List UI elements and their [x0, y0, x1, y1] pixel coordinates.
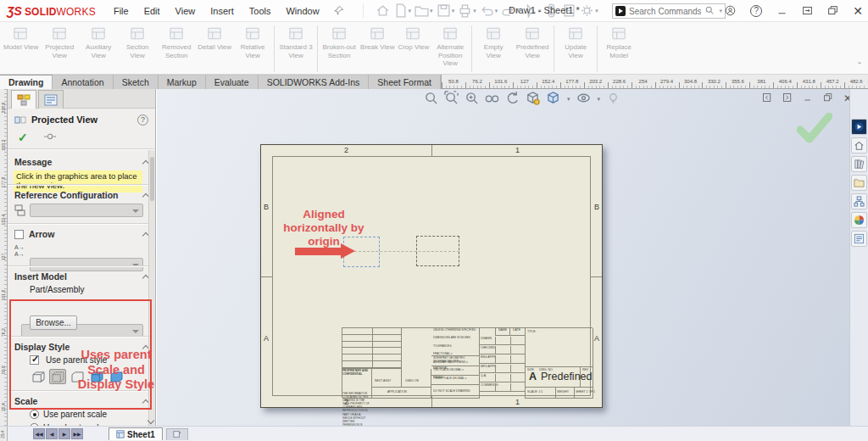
undo-icon[interactable]: ▾	[480, 3, 498, 18]
menu-item[interactable]: Insert	[203, 3, 242, 19]
detail-view-button[interactable]: Detail View	[196, 24, 233, 52]
doc-minimize-icon[interactable]	[803, 92, 813, 104]
magnified-selection-icon[interactable]	[485, 91, 499, 107]
dock-window-icon[interactable]	[802, 5, 813, 18]
browse-button[interactable]: Browse...	[30, 315, 77, 330]
keep-visible-pin-icon[interactable]	[43, 132, 57, 142]
graphics-area[interactable]: ▾ ▾ ✕ 2 1 2 1 B A B A	[157, 89, 849, 426]
save-icon[interactable]: ▾	[437, 3, 455, 18]
wireframe-style-button[interactable]	[30, 369, 47, 384]
file-explorer-icon[interactable]	[851, 175, 867, 191]
reference-configuration-header[interactable]: Reference Configuration	[8, 188, 155, 202]
projected-view-button[interactable]: Projected View	[40, 24, 79, 59]
ribbon-group-separator	[554, 25, 554, 72]
predefined-view-button[interactable]: Predefined View	[513, 24, 552, 59]
tab-evaluate[interactable]: Evaluate	[206, 75, 259, 89]
hidden-lines-visible-style-button[interactable]	[49, 369, 66, 384]
home-icon[interactable]	[376, 3, 390, 18]
auxiliary-view-button[interactable]: Auxiliary View	[79, 24, 118, 59]
zoom-to-fit-icon[interactable]	[424, 91, 438, 107]
3d-drawing-view-icon[interactable]	[526, 91, 540, 107]
tab-sketch[interactable]: Sketch	[114, 75, 159, 89]
menu-item[interactable]: View	[168, 3, 203, 19]
menu-item[interactable]: Tools	[242, 3, 279, 19]
update-view-button[interactable]: Update View	[556, 24, 595, 59]
menu-item[interactable]: Window	[278, 3, 326, 19]
material-cell: MATERIAL	[431, 366, 480, 376]
scale-option[interactable]: Use parent scale	[30, 410, 107, 419]
search-commands-box[interactable]: ▾	[612, 3, 726, 19]
message-section-header[interactable]: Message	[8, 155, 155, 169]
broken-out-section-button[interactable]: Broken-out Section	[320, 24, 359, 59]
next-window-icon[interactable]	[782, 92, 793, 104]
model-view-button[interactable]: Model View	[2, 24, 40, 52]
display-style-icon[interactable]	[576, 91, 591, 107]
rotate-view-icon[interactable]	[505, 91, 520, 107]
design-library-icon[interactable]	[851, 156, 867, 172]
scale-section-header[interactable]: Scale	[8, 394, 155, 408]
menu-item[interactable]: File	[106, 3, 136, 19]
view-orientation-cube-icon[interactable]	[546, 91, 560, 107]
empty-view-button[interactable]: Empty View	[474, 24, 513, 59]
drawing-sheet[interactable]: 2 1 2 1 B A B A PROPRIETARY AND CONFIDEN	[260, 144, 603, 408]
help-icon[interactable]: ?	[750, 5, 762, 17]
previous-window-icon[interactable]	[762, 92, 772, 104]
alternate-position-view-button[interactable]: Alternate Position View	[431, 24, 470, 68]
new-document-icon[interactable]: ▾	[393, 3, 412, 18]
next-sheet-icon[interactable]: ▶	[58, 428, 70, 439]
minimize-icon[interactable]	[776, 5, 787, 18]
doc-restore-icon[interactable]	[823, 92, 833, 104]
search-magnifier-icon[interactable]	[704, 5, 715, 17]
pin-menu-icon[interactable]	[334, 5, 344, 17]
insert-model-header[interactable]: Insert Model	[8, 270, 155, 283]
standard-3-view-button[interactable]: Standard 3 View	[276, 24, 315, 59]
close-icon[interactable]: ✕	[853, 4, 863, 18]
relative-view-button[interactable]: Relative View	[233, 24, 272, 59]
ok-check-icon[interactable]: ✓	[18, 131, 28, 144]
removed-section-button[interactable]: Removed Section	[157, 24, 196, 59]
view-palette-icon[interactable]	[851, 193, 867, 209]
print-icon[interactable]: ▾	[458, 3, 476, 18]
replace-model-button[interactable]: Replace Model	[599, 24, 638, 59]
ruler-tick: 381	[749, 75, 773, 88]
hide-show-items-icon[interactable]	[606, 91, 620, 107]
solidworks-resources-icon[interactable]	[851, 119, 867, 135]
tab-annotation[interactable]: Annotation	[53, 75, 113, 89]
custom-properties-icon[interactable]	[851, 231, 867, 247]
search-input[interactable]	[629, 7, 701, 16]
open-folder-icon[interactable]: ▾	[415, 3, 433, 18]
ribbon-collapse-chevron[interactable]: ˆ	[858, 61, 861, 71]
restore-icon[interactable]	[827, 5, 838, 18]
section-view-button[interactable]: Section View	[118, 24, 157, 59]
scale-radio[interactable]	[30, 410, 39, 419]
configuration-dropdown[interactable]	[30, 204, 143, 217]
doc-close-icon[interactable]: ✕	[843, 92, 849, 104]
weight-cell: WEIGHT:	[556, 388, 575, 399]
appearances-icon[interactable]	[851, 212, 867, 228]
tab-configuration-manager[interactable]	[38, 90, 64, 109]
use-parent-style-checkbox[interactable]	[30, 355, 39, 365]
break-view-button[interactable]: Break View	[359, 24, 396, 52]
zoom-to-area-icon[interactable]	[444, 91, 459, 107]
last-sheet-icon[interactable]: ▶▶	[71, 428, 83, 439]
sheet-tab[interactable]: Sheet1	[108, 427, 163, 440]
search-caret-icon[interactable]: ▾	[719, 8, 722, 14]
options-gear-icon[interactable]: ▾	[580, 3, 598, 18]
home-tab-icon[interactable]	[851, 137, 867, 154]
prev-sheet-icon[interactable]: ◀	[46, 428, 58, 439]
zoom-in-out-icon[interactable]	[465, 91, 479, 107]
menu-item[interactable]: Edit	[136, 3, 168, 19]
approval-row: DRAWN	[480, 337, 525, 345]
panel-help-icon[interactable]: ?	[137, 114, 148, 126]
tab-property-manager[interactable]	[11, 90, 36, 109]
arrow-checkbox[interactable]	[14, 230, 24, 239]
arrow-section-header[interactable]: Arrow	[8, 227, 155, 241]
tab-solidworks-add-ins[interactable]: SOLIDWORKS Add-Ins	[259, 75, 370, 89]
account-icon[interactable]	[725, 5, 736, 18]
first-sheet-icon[interactable]: ◀◀	[33, 428, 45, 439]
tab-drawing[interactable]: Drawing	[0, 75, 53, 89]
add-sheet-tab[interactable]	[166, 428, 188, 440]
crop-view-button[interactable]: Crop View	[396, 24, 431, 52]
tab-sheet-format[interactable]: Sheet Format	[369, 75, 441, 89]
tab-markup[interactable]: Markup	[159, 75, 206, 89]
